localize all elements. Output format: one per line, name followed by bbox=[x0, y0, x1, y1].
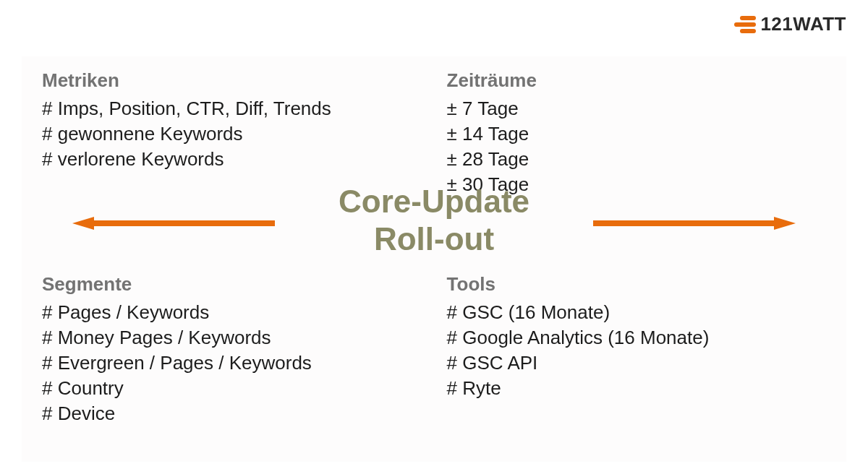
arrow-right-icon bbox=[593, 217, 796, 230]
list-item: # GSC (16 Monate) bbox=[447, 300, 826, 325]
arrow-left-icon bbox=[72, 217, 275, 230]
quadrant-zeitraeume: Zeiträume ± 7 Tage ± 14 Tage ± 28 Tage ±… bbox=[447, 69, 826, 197]
list-item: # Pages / Keywords bbox=[42, 300, 421, 325]
quadrant-metriken: Metriken # Imps, Position, CTR, Diff, Tr… bbox=[42, 69, 421, 172]
svg-marker-1 bbox=[72, 217, 94, 230]
list-item: # Google Analytics (16 Monate) bbox=[447, 325, 826, 350]
list-item: # GSC API bbox=[447, 350, 826, 376]
segmente-list: # Pages / Keywords # Money Pages / Keywo… bbox=[42, 300, 421, 426]
metriken-list: # Imps, Position, CTR, Diff, Trends # ge… bbox=[42, 96, 421, 172]
list-item: # Imps, Position, CTR, Diff, Trends bbox=[42, 96, 421, 121]
list-item: ± 7 Tage bbox=[447, 96, 826, 121]
segmente-title: Segmente bbox=[42, 273, 421, 296]
list-item: ± 14 Tage bbox=[447, 121, 826, 147]
list-item: # gewonnene Keywords bbox=[42, 121, 421, 147]
quadrant-tools: Tools # GSC (16 Monate) # Google Analyti… bbox=[447, 273, 826, 401]
list-item: # Money Pages / Keywords bbox=[42, 325, 421, 350]
list-item: ± 30 Tage bbox=[447, 172, 826, 197]
list-item: # Country bbox=[42, 376, 421, 401]
list-item: # Ryte bbox=[447, 376, 826, 401]
tools-list: # GSC (16 Monate) # Google Analytics (16… bbox=[447, 300, 826, 401]
quadrant-segmente: Segmente # Pages / Keywords # Money Page… bbox=[42, 273, 421, 426]
list-item: # verlorene Keywords bbox=[42, 147, 421, 172]
svg-marker-3 bbox=[774, 217, 796, 230]
brand-name: 121WATT bbox=[760, 13, 846, 35]
tools-title: Tools bbox=[447, 273, 826, 296]
list-item: # Evergreen / Pages / Keywords bbox=[42, 350, 421, 376]
zeitraeume-list: ± 7 Tage ± 14 Tage ± 28 Tage ± 30 Tage bbox=[447, 96, 826, 197]
brand-bars-icon bbox=[734, 16, 756, 33]
brand-logo: 121WATT bbox=[734, 13, 846, 35]
metriken-title: Metriken bbox=[42, 69, 421, 92]
zeitraeume-title: Zeiträume bbox=[447, 69, 826, 92]
list-item: ± 28 Tage bbox=[447, 147, 826, 172]
slide-panel: Metriken # Imps, Position, CTR, Diff, Tr… bbox=[22, 56, 846, 462]
list-item: # Device bbox=[42, 401, 421, 426]
